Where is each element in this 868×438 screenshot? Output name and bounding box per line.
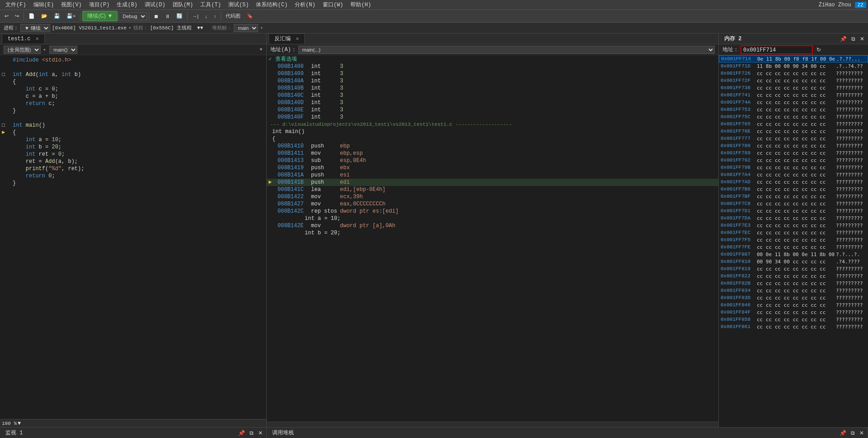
mem-row: 0x001FF79B cc cc cc cc cc cc cc cc ?????… [719, 164, 868, 171]
menu-build[interactable]: 生成(B) [113, 0, 141, 10]
codemap-btn[interactable]: 代码图 [223, 12, 243, 20]
code-line-printf: printf("%d", ret); [0, 166, 266, 173]
zoom-dropdown[interactable]: ▼ [18, 420, 21, 427]
memory-detach-btn[interactable]: ⧉ [849, 35, 857, 43]
menu-help[interactable]: 帮助(H) [347, 0, 375, 10]
code-line-add-close: } [0, 108, 266, 115]
mem-row: 0x001FF7DA cc cc cc cc cc cc cc cc ?????… [719, 214, 868, 222]
disasm-tabs: 反汇编 ✕ [267, 33, 718, 44]
mem-row: 0x001FF834 cc cc cc cc cc cc cc cc ?????… [719, 287, 868, 294]
source-panel: test1.c ✕ (全局范围) ◂ main() + #include <st… [0, 33, 267, 427]
restart-btn[interactable]: 🔄 [174, 12, 185, 20]
watch-close-btn[interactable]: ✕ [256, 429, 264, 437]
disasm-tab[interactable]: 反汇编 ✕ [269, 33, 305, 44]
mem-row: 0x001FF810 00 90 34 00 cc cc cc cc .?4.?… [719, 258, 868, 265]
new-btn[interactable]: 📄 [26, 12, 38, 20]
menu-test[interactable]: 测试(S) [225, 0, 253, 10]
memory-refresh-btn[interactable]: ↻ [815, 46, 823, 53]
menu-team[interactable]: 团队(M) [169, 0, 197, 10]
function-select[interactable]: main() [49, 46, 77, 54]
disasm-row: 008B142E mov dword ptr [a],0Ah [267, 222, 718, 229]
mem-row: 0x001FF780 cc cc cc cc cc cc cc cc ?????… [719, 142, 868, 149]
undo-btn[interactable]: ↩ [2, 12, 11, 20]
memory-area[interactable]: 0x001FF714 0e 11 8b 00 f8 f8 1f 00 0e .?… [719, 55, 868, 427]
save-all-btn[interactable]: 💾+ [64, 12, 78, 20]
menu-project[interactable]: 项目(P) [85, 0, 113, 10]
cs-close-btn[interactable]: ✕ [858, 429, 866, 437]
memory-addr-input[interactable] [741, 45, 813, 54]
source-toolbar: (全局范围) ◂ main() + [0, 44, 266, 55]
main-collapse-icon[interactable]: □ [2, 122, 9, 129]
step-out-btn[interactable]: ↑ [211, 13, 219, 20]
callstack-header: 调用堆栈 📌 ⧉ ✕ [267, 428, 868, 438]
source-tab-close[interactable]: ✕ [36, 36, 39, 42]
memory-addr-label: 地址： [722, 46, 739, 53]
disasm-addr-select[interactable]: main(...) [298, 46, 715, 54]
menu-view[interactable]: 视图(V) [57, 0, 85, 10]
mem-row: 0x001FF7F5 cc cc cc cc cc cc cc cc ?????… [719, 236, 868, 243]
step-over-btn[interactable]: →| [189, 13, 201, 20]
code-line-main-open: ► { [0, 129, 266, 137]
watch-pin-btn[interactable]: 📌 [236, 429, 247, 437]
source-code-area[interactable]: #include <stdio.h> □ int Add(int a, int … [0, 55, 266, 419]
disasm-row-current: ► 008B141B push edi [267, 179, 718, 186]
heap-select[interactable]: main [234, 24, 258, 32]
disasm-row: 008B140A int 3 [267, 77, 718, 85]
mem-row: 0x001FF822 cc cc cc cc cc cc cc cc ?????… [719, 272, 868, 280]
menu-file[interactable]: 文件(F) [2, 0, 30, 10]
redo-btn[interactable]: ↪ [12, 12, 22, 20]
stop-btn[interactable]: ⏹ [151, 13, 161, 20]
expand-btn[interactable]: + [259, 47, 263, 53]
mem-row: 0x001FF7E3 cc cc cc cc cc cc cc cc ?????… [719, 222, 868, 229]
disasm-area[interactable]: ✓ 查看选项 008B1408 int 3 008B1409 int 3 008… [267, 55, 718, 422]
source-tab-test1c[interactable]: test1.c ✕ [2, 34, 45, 43]
disasm-row: 008B141C lea edi,[ebp-0E4h] [267, 186, 718, 193]
disasm-row: 008B1411 mov ebp,esp [267, 150, 718, 157]
watch-detach-btn[interactable]: ⧉ [248, 429, 255, 437]
menu-analyze[interactable]: 分析(N) [291, 0, 319, 10]
disasm-row: 008B1419 push ebx [267, 164, 718, 171]
collapse-icon[interactable]: □ [2, 71, 9, 78]
continue-btn[interactable]: 继续(C) ▼ [82, 11, 118, 21]
menu-edit[interactable]: 编辑(E) [30, 0, 58, 10]
cs-detach-btn[interactable]: ⧉ [849, 429, 857, 437]
disasm-row: 008B140D int 3 [267, 99, 718, 106]
scope-select[interactable]: (全局范围) [4, 46, 41, 54]
disasm-fn-open: { [267, 135, 718, 143]
step-into-btn[interactable]: ↓ [202, 13, 210, 20]
menu-arch[interactable]: 体系结构(C) [252, 0, 291, 10]
memory-pin-btn[interactable]: 📌 [838, 35, 849, 43]
disasm-scrollbar-h[interactable] [267, 422, 718, 427]
memory-addr-bar: 地址： ↻ [719, 44, 868, 55]
cs-pin-btn[interactable]: 📌 [838, 429, 848, 437]
pause-btn[interactable]: ⏸ [162, 13, 173, 20]
check-icon: ✓ [269, 56, 272, 62]
bookmark-btn[interactable]: 🔖 [244, 12, 256, 20]
watch-panel: 监视 1 📌 ⧉ ✕ 名称 值 类型 🔵 esp 0x001ff714 unsi… [0, 428, 267, 438]
debug-config[interactable]: Debug [118, 12, 147, 20]
disasm-row: 008B1427 mov eax,0CCCCCCCCh [267, 200, 718, 208]
user-badge[interactable]: ZZ [855, 2, 866, 8]
open-btn[interactable]: 📂 [38, 12, 50, 20]
disasm-check-option[interactable]: ✓ 查看选项 [267, 55, 718, 63]
disasm-tab-close[interactable]: ✕ [296, 36, 299, 42]
toolbar: ↩ ↪ 📄 📂 💾 💾+ 继续(C) ▼ Debug ⏹ ⏸ 🔄 →| ↓ ↑ … [0, 10, 868, 23]
mem-row: 0x001FF74A cc cc cc cc cc cc cc cc ?????… [719, 99, 868, 106]
process-select[interactable]: ▼ 继续 [20, 24, 50, 32]
disasm-row: 008B1422 mov ecx,39h [267, 193, 718, 200]
mem-row: 0x001FF861 cc cc cc cc cc cc cc cc ?????… [719, 323, 868, 330]
code-line-add-c: int c = 0; [0, 86, 266, 93]
filter-icon[interactable]: ▼▼ [197, 25, 203, 31]
memory-close-btn[interactable]: ✕ [858, 35, 866, 43]
menu-tools[interactable]: 工具(T) [197, 0, 225, 10]
memory-panel: 内存 2 📌 ⧉ ✕ 地址： ↻ 0x001FF714 0e 11 8b 00 … [719, 33, 868, 427]
save-btn[interactable]: 💾 [51, 12, 63, 20]
disasm-row: 008B1408 int 3 [267, 63, 718, 70]
menu-window[interactable]: 窗口(W) [319, 0, 347, 10]
disasm-row: 008B140C int 3 [267, 92, 718, 99]
process-label: 进程： [4, 24, 19, 31]
menu-debug[interactable]: 调试(D) [141, 0, 169, 10]
disasm-int-comment: int a = 10; [267, 215, 718, 222]
bottom-layout: 监视 1 📌 ⧉ ✕ 名称 值 类型 🔵 esp 0x001ff714 unsi… [0, 427, 868, 438]
mem-row: 0x001FF76E cc cc cc cc cc cc cc cc ?????… [719, 128, 868, 135]
